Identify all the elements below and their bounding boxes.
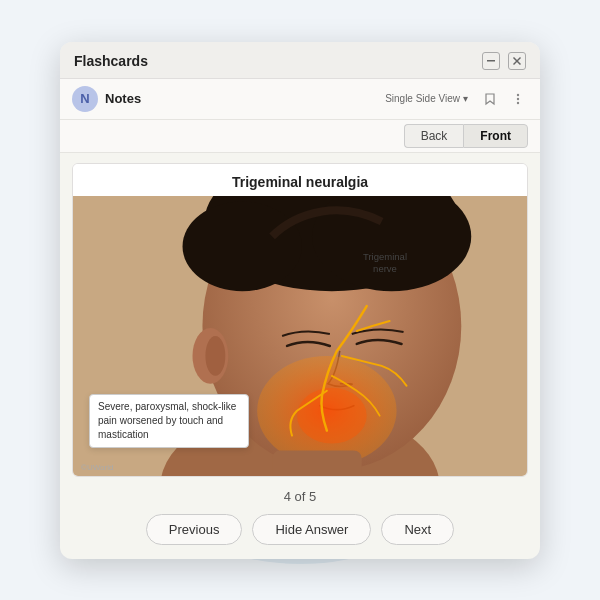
svg-rect-0 bbox=[487, 60, 495, 62]
view-selector[interactable]: Single Side View ▾ bbox=[385, 93, 468, 104]
title-bar: Flashcards bbox=[60, 42, 540, 79]
tooltip-box: Severe, paroxysmal, shock-like pain wors… bbox=[89, 394, 249, 448]
flashcard-window: Flashcards N Notes Single Side View ▾ bbox=[60, 42, 540, 559]
minimize-icon bbox=[486, 56, 496, 66]
hide-answer-button[interactable]: Hide Answer bbox=[252, 514, 371, 545]
svg-rect-15 bbox=[272, 450, 362, 476]
svg-point-12 bbox=[205, 336, 225, 376]
card-image: Trigeminal nerve Severe, paroxysmal, sho… bbox=[73, 196, 527, 476]
more-options-button[interactable] bbox=[508, 89, 528, 109]
svg-point-10 bbox=[183, 201, 302, 291]
back-front-bar: Back Front bbox=[60, 120, 540, 153]
more-options-icon bbox=[511, 92, 525, 106]
front-button[interactable]: Front bbox=[463, 124, 528, 148]
bookmark-button[interactable] bbox=[480, 89, 500, 109]
window-title: Flashcards bbox=[74, 53, 148, 69]
title-bar-right bbox=[482, 52, 526, 70]
minimize-button[interactable] bbox=[482, 52, 500, 70]
pagination: 4 of 5 bbox=[60, 483, 540, 506]
nerve-label: Trigeminal nerve bbox=[363, 251, 407, 276]
close-icon bbox=[512, 56, 522, 66]
toolbar-icons bbox=[480, 89, 528, 109]
card-title: Trigeminal neuralgia bbox=[73, 164, 527, 196]
title-bar-left: Flashcards bbox=[74, 53, 148, 69]
toolbar: N Notes Single Side View ▾ bbox=[60, 79, 540, 120]
copyright-label: ©UWorld bbox=[81, 463, 113, 472]
svg-point-3 bbox=[517, 93, 519, 95]
back-button[interactable]: Back bbox=[404, 124, 464, 148]
svg-point-5 bbox=[517, 101, 519, 103]
bookmark-icon bbox=[483, 92, 497, 106]
previous-button[interactable]: Previous bbox=[146, 514, 243, 545]
notes-source-icon: N bbox=[72, 86, 98, 112]
card-area: Trigeminal neuralgia bbox=[72, 163, 528, 477]
next-button[interactable]: Next bbox=[381, 514, 454, 545]
source-label: Notes bbox=[105, 91, 141, 106]
svg-point-14 bbox=[297, 387, 367, 443]
chevron-down-icon: ▾ bbox=[463, 93, 468, 104]
close-button[interactable] bbox=[508, 52, 526, 70]
navigation-bar: Previous Hide Answer Next bbox=[60, 506, 540, 559]
svg-point-4 bbox=[517, 97, 519, 99]
